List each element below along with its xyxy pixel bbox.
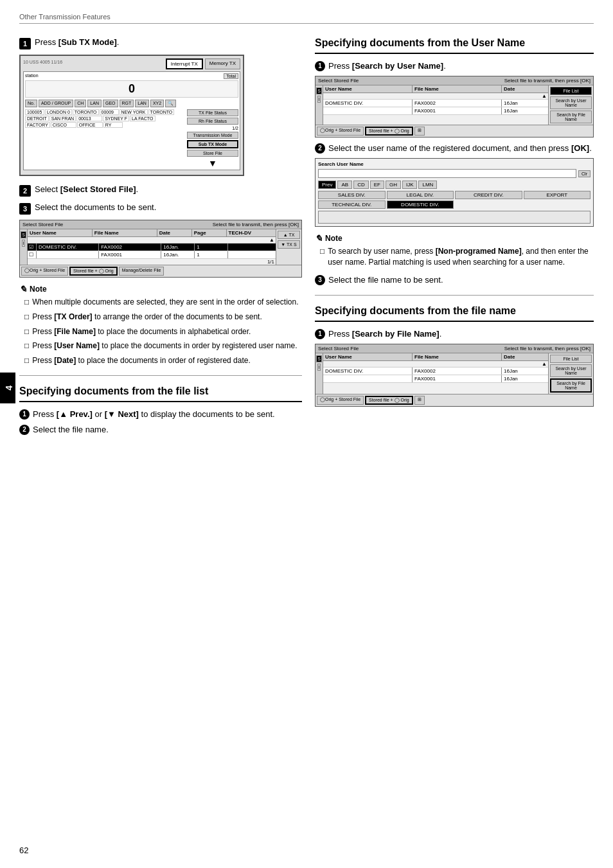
note-item-4: □ Press [User Name] to place the documen… — [19, 341, 302, 351]
ssf-r-row1-file[interactable]: FAX0002 — [413, 100, 502, 107]
file-list-btn[interactable]: File List — [550, 87, 592, 95]
row2-tech — [228, 251, 276, 258]
tx-file-status-btn[interactable]: TX File Status — [187, 109, 238, 116]
right-column: Specifying documents from the User Name … — [315, 37, 594, 441]
ssf-t-tab-select[interactable]: S — [316, 355, 322, 362]
row1-user[interactable]: DOMESTIC DIV. — [37, 244, 99, 251]
ssf-r-row2-user[interactable] — [323, 107, 413, 114]
right-step-3-text: Select the file name to be sent. — [328, 274, 443, 286]
ssf-t-row1-file[interactable]: FAX0002 — [413, 368, 502, 375]
search-bottom-bar — [318, 211, 591, 224]
row1-file[interactable]: FAX0002 — [99, 244, 161, 251]
name-technical[interactable]: TECHNICAL DIV. — [318, 200, 386, 209]
row2-file[interactable]: FAX0001 — [99, 251, 161, 258]
ssf-t-footer-btn3[interactable]: ⊞ — [414, 396, 425, 405]
main-content: 1 Press [Sub TX Mode]. 10 USS 4005 11/16… — [19, 37, 594, 441]
search-file-btn[interactable]: Search by File Name — [550, 111, 592, 123]
row2-page: 1 — [195, 251, 228, 258]
row1-page: 1 — [195, 244, 228, 251]
ssf-t-search-file-btn[interactable]: Search by File Name — [550, 378, 592, 393]
scroll-up[interactable]: ▲ — [269, 237, 274, 243]
file-list-step-1-text: Press [▲ Prev.] or [▼ Next] to display t… — [33, 409, 275, 420]
footer-btn1[interactable]: ◯Orig + Stored File — [21, 267, 68, 276]
interrupt-tx-btn[interactable]: Interrupt TX — [166, 58, 203, 69]
ssf-t-search-user-btn[interactable]: Search by User Name — [550, 364, 592, 377]
alpha-cd[interactable]: CD — [353, 181, 369, 189]
row2-checkbox[interactable]: ☐ — [28, 251, 37, 258]
ssf-r-tab-info[interactable]: I — [317, 96, 321, 103]
name-legal[interactable]: LEGAL DIV. — [387, 191, 454, 199]
page-container: 4 Other Transmission Features 1 Press [S… — [0, 0, 613, 868]
ssf-third-instruction: Select file to transmit, then press [OK] — [504, 346, 591, 351]
xy2-col: XY2 — [150, 100, 164, 107]
ssf-t-row1-user[interactable]: DOMESTIC DIV. — [323, 368, 413, 375]
file-list-step-circle-1: 1 — [19, 409, 30, 420]
search-input[interactable] — [318, 169, 576, 178]
up-tx-btn[interactable]: ▲ TX — [278, 231, 300, 239]
file-name-step-circle-1: 1 — [315, 329, 325, 339]
ssf-r-row2-file[interactable]: FAX0001 — [413, 107, 502, 114]
footer-btn2[interactable]: Stored file + ◯ Orig — [69, 267, 118, 276]
ssf-t-footer-btn1[interactable]: ◯Orig + Stored File — [317, 396, 364, 405]
name-export[interactable]: EXPORT — [524, 191, 591, 199]
section-divider-1 — [19, 375, 302, 376]
pagination: 1/1 — [267, 259, 274, 265]
chapter-tab: 4 — [0, 373, 15, 403]
search-box-title: Search User Name — [318, 161, 591, 167]
page-number: 62 — [19, 846, 28, 855]
rh-file-status-btn[interactable]: Rh File Status — [187, 118, 238, 125]
ssf-tab-info[interactable]: I — [22, 240, 26, 247]
alpha-ef[interactable]: EF — [370, 181, 384, 189]
bullet-3: □ — [24, 326, 29, 337]
row2-date: 16Jan. — [161, 251, 195, 258]
ssf-r-tab-select[interactable]: S — [316, 87, 322, 94]
clr-button[interactable]: Clr — [578, 170, 591, 177]
step-1-block: 1 Press [Sub TX Mode]. — [19, 37, 302, 49]
note-text-5: Press [Date] to place the documents in o… — [32, 355, 251, 366]
note-right-text: To search by user name, press [Non-progr… — [328, 246, 594, 268]
ssf-t-footer-btn2[interactable]: Stored file + ◯ Orig — [365, 396, 413, 405]
file-name-step-1: 1 Press [Search by File Name]. — [315, 328, 594, 340]
ssf-t-row2-user[interactable] — [323, 375, 413, 382]
row1-checkbox[interactable]: ☑ — [28, 244, 37, 251]
ssf-t-row2-file[interactable]: FAX0001 — [413, 375, 502, 382]
name-sales[interactable]: SALES DIV. — [318, 191, 386, 199]
ch-col: CH — [75, 100, 86, 107]
bullet-4: □ — [24, 341, 29, 351]
search-user-btn[interactable]: Search by User Name — [550, 96, 592, 109]
bullet-5: □ — [24, 355, 29, 366]
alpha-gh[interactable]: GH — [386, 181, 401, 189]
ssf-r-footer-btn2[interactable]: Stored file + ◯ Orig — [365, 127, 413, 136]
alpha-ijk[interactable]: IJK — [402, 181, 418, 189]
name-domestic[interactable]: DOMESTIC DIV. — [387, 200, 454, 209]
ssf-tab-select[interactable]: S — [21, 231, 26, 238]
ssf-r-scroll-up[interactable]: ▲ — [542, 93, 547, 99]
ssf-r-footer-btn-manage[interactable]: ⊞ — [414, 127, 425, 136]
ssf-t-col-user: User Name — [323, 353, 413, 360]
ssf-t-scroll-up[interactable]: ▲ — [542, 361, 547, 367]
sub-tx-mode-btn[interactable]: Sub TX Mode — [187, 140, 238, 148]
store-file-btn[interactable]: Store File — [187, 150, 238, 157]
footer-btn3[interactable]: Manage/Delete File — [119, 267, 164, 276]
row3-cell2: CISCO — [51, 122, 76, 128]
down-tx-btn[interactable]: ▼ TX S — [278, 240, 300, 249]
ssf-t-tab-info[interactable]: I — [317, 364, 321, 371]
name-credit[interactable]: CREDIT DIV. — [455, 191, 522, 199]
search-user-name-box: Search User Name Clr Prev AB CD EF GH IJ… — [315, 158, 594, 227]
right-step-circle-2: 2 — [315, 143, 325, 154]
ssf-r-row1-user[interactable]: DOMESTIC DIV. — [323, 100, 413, 107]
memory-tx-btn[interactable]: Memory TX — [205, 58, 240, 69]
alpha-ab[interactable]: AB — [337, 181, 352, 189]
search-icon[interactable]: 🔍 — [165, 100, 176, 107]
row2-user[interactable] — [37, 251, 99, 258]
transmission-mode-btn[interactable]: Transmission Mode — [187, 132, 238, 139]
ssf-third-header: Select Stored File Select file to transm… — [315, 344, 593, 353]
ssf-col-filename: File Name — [93, 229, 157, 236]
ssf-t-row2-date: 16Jan — [502, 375, 548, 382]
page-header: Other Transmission Features — [19, 13, 594, 24]
ssf-t-file-list-btn[interactable]: File List — [550, 355, 592, 363]
alpha-lmn[interactable]: LMN — [418, 181, 437, 189]
alpha-prev[interactable]: Prev — [318, 181, 336, 189]
section-divider-right — [315, 295, 594, 296]
ssf-r-footer-btn1[interactable]: ◯Orig + Stored File — [317, 127, 364, 136]
